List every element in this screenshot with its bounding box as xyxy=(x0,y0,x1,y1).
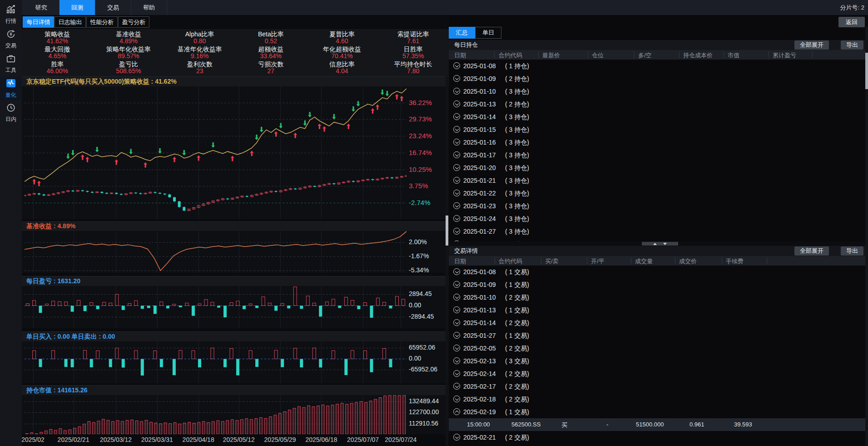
sidebar-item-日内[interactable]: 日内 xyxy=(0,101,22,125)
sidebar-item-行情[interactable]: 行情 xyxy=(0,3,22,26)
panel-tab-汇总[interactable]: 汇总 xyxy=(449,27,475,39)
sidebar-item-交易[interactable]: ¥交易 xyxy=(0,27,22,51)
trade-row[interactable]: 2025-02-05( 2 交易) xyxy=(449,342,868,355)
trade-row[interactable]: 2025-02-17( 2 交易) xyxy=(449,380,868,393)
chevron-up-icon[interactable] xyxy=(453,408,460,415)
benchmark-chart[interactable]: 2.00%-1.67%-5.34% xyxy=(22,231,449,273)
position-row[interactable]: 2025-01-17( 3 持仓) xyxy=(449,149,868,161)
top-tab-研究[interactable]: 研究 xyxy=(24,0,60,15)
subtab-性能分析[interactable]: 性能分析 xyxy=(86,16,118,28)
chevron-down-icon[interactable] xyxy=(453,88,460,95)
position-row[interactable]: 2025-01-21( 3 持仓) xyxy=(449,174,868,187)
market-value-chart[interactable]: 132489.44122700.00112910.56 xyxy=(22,395,449,434)
chevron-down-icon[interactable] xyxy=(453,190,460,196)
column-header-合约代码: 合约代码 xyxy=(499,257,522,266)
chevron-down-icon[interactable] xyxy=(453,294,460,301)
daily-trade-chart[interactable]: 65952.060.00-65952.06 xyxy=(22,341,449,383)
position-row[interactable]: 2025-01-28( 3 持仓) xyxy=(449,238,868,241)
chevron-down-icon[interactable] xyxy=(453,396,460,402)
chevron-down-icon[interactable] xyxy=(453,202,460,209)
chevron-down-icon[interactable] xyxy=(453,139,460,145)
chart-vertical-scrollbar[interactable] xyxy=(446,76,448,446)
trade-row[interactable]: 2025-01-13( 1 交易) xyxy=(449,304,868,316)
trade-row[interactable]: 2025-01-27( 1 交易) xyxy=(449,329,868,342)
chevron-down-icon[interactable] xyxy=(453,113,460,120)
position-row[interactable]: 2025-01-09( 2 持仓) xyxy=(449,72,868,85)
position-row[interactable]: 2025-01-13( 2 持仓) xyxy=(449,98,868,110)
top-tab-回测[interactable]: 回测 xyxy=(60,0,95,15)
scrollbar-thumb[interactable] xyxy=(865,53,868,89)
subtab-盈亏分析[interactable]: 盈亏分析 xyxy=(118,16,149,28)
position-row[interactable]: 2025-01-15( 3 持仓) xyxy=(449,123,868,136)
chevron-down-icon[interactable] xyxy=(453,357,460,364)
chevron-down-icon[interactable] xyxy=(453,332,460,339)
stat-策略年化收益率: 策略年化收益率89.57% xyxy=(93,45,164,60)
subtab-每日详情[interactable]: 每日详情 xyxy=(23,16,54,28)
sidebar: 行情¥交易工具量化日内 xyxy=(0,0,22,446)
position-row[interactable]: 2025-01-10( 3 持仓) xyxy=(449,85,868,98)
position-row[interactable]: 2025-01-08( 1 持仓) xyxy=(449,60,868,72)
chevron-down-icon[interactable] xyxy=(453,164,460,171)
chevron-down-icon[interactable] xyxy=(453,215,460,222)
position-row[interactable]: 2025-01-20( 3 持仓) xyxy=(449,161,868,174)
positions-expand-all-button[interactable]: 全部展开 xyxy=(794,40,829,50)
chevron-down-icon[interactable] xyxy=(453,151,460,158)
top-tab-交易[interactable]: 交易 xyxy=(95,0,131,15)
chevron-down-icon[interactable] xyxy=(453,306,460,313)
panel-tab-单日[interactable]: 单日 xyxy=(475,27,501,39)
daily_pnl-chart-canvas xyxy=(25,286,407,328)
trade-row[interactable]: 2025-02-19( 1 交易) xyxy=(449,406,868,418)
back-button[interactable]: 返回 xyxy=(838,17,865,27)
chevron-down-icon[interactable] xyxy=(453,75,460,82)
scrollbar-thumb[interactable] xyxy=(446,215,448,246)
chevron-down-icon[interactable] xyxy=(453,62,460,69)
chevron-down-icon[interactable] xyxy=(453,281,460,288)
position-row[interactable]: 2025-01-27( 3 持仓) xyxy=(449,225,868,238)
row-date: 2025-02-19 xyxy=(463,408,496,416)
trade-row[interactable]: 2025-02-24( 1 交易) xyxy=(449,444,868,446)
subtab-日志输出[interactable]: 日志输出 xyxy=(55,16,86,28)
trade-row[interactable]: 2025-02-18( 2 交易) xyxy=(449,393,868,406)
position-row[interactable]: 2025-01-14( 3 持仓) xyxy=(449,110,868,123)
sidebar-item-量化[interactable]: 量化 xyxy=(0,76,22,100)
position-row[interactable]: 2025-01-16( 3 持仓) xyxy=(449,136,868,149)
y-axis-label: -5.34% xyxy=(409,266,429,274)
trade-row[interactable]: 2025-02-13( 3 交易) xyxy=(449,355,868,367)
scroll-down-icon[interactable] xyxy=(663,243,667,245)
chevron-down-icon[interactable] xyxy=(453,126,460,133)
top-tab-帮助[interactable]: 帮助 xyxy=(131,0,167,15)
row-count-badge: ( 2 交易) xyxy=(505,319,529,327)
trade-detail-row: 15:00:00562500.SS买-51500.0000.96139.593 xyxy=(449,418,868,431)
trade-row[interactable]: 2025-01-08( 1 交易) xyxy=(449,266,868,278)
horizontal-scrollbar[interactable] xyxy=(449,241,868,246)
row-count-badge: ( 1 交易) xyxy=(505,306,529,315)
trades-export-button[interactable]: 导出 xyxy=(841,246,863,256)
chevron-down-icon[interactable] xyxy=(453,319,460,326)
trade-row[interactable]: 2025-01-09( 1 交易) xyxy=(449,278,868,291)
daily-pnl-chart[interactable]: 2894.450.00-2894.45 xyxy=(22,286,449,328)
scroll-up-icon[interactable] xyxy=(653,243,657,245)
chevron-down-icon[interactable] xyxy=(453,370,460,377)
trades-expand-all-button[interactable]: 全部展开 xyxy=(794,246,829,256)
chevron-down-icon[interactable] xyxy=(453,383,460,390)
column-separator xyxy=(541,257,541,264)
chevron-down-icon[interactable] xyxy=(453,434,460,441)
scrollbar-track[interactable] xyxy=(642,242,678,246)
chevron-down-icon[interactable] xyxy=(453,177,460,184)
position-row[interactable]: 2025-01-23( 3 持仓) xyxy=(449,200,868,212)
sidebar-item-工具[interactable]: 工具 xyxy=(0,52,22,75)
chevron-down-icon[interactable] xyxy=(453,268,460,275)
strategy-chart[interactable]: 36.22%29.73%23.24%16.74%10.25%3.75%-2.74… xyxy=(22,86,449,219)
trade-row[interactable]: 2025-02-21( 2 交易) xyxy=(449,431,868,444)
chevron-down-icon[interactable] xyxy=(453,100,460,107)
positions-export-button[interactable]: 导出 xyxy=(841,40,863,50)
trade-row[interactable]: 2025-02-14( 2 交易) xyxy=(449,367,868,380)
position-row[interactable]: 2025-01-22( 3 持仓) xyxy=(449,187,868,200)
panel-vertical-scrollbar[interactable] xyxy=(865,27,868,446)
chevron-down-icon[interactable] xyxy=(453,228,460,235)
position-row[interactable]: 2025-01-24( 3 持仓) xyxy=(449,212,868,225)
trade-row[interactable]: 2025-01-14( 2 交易) xyxy=(449,316,868,329)
market-chart-icon xyxy=(6,5,16,16)
trade-row[interactable]: 2025-01-10( 2 交易) xyxy=(449,291,868,304)
chevron-down-icon[interactable] xyxy=(453,345,460,351)
